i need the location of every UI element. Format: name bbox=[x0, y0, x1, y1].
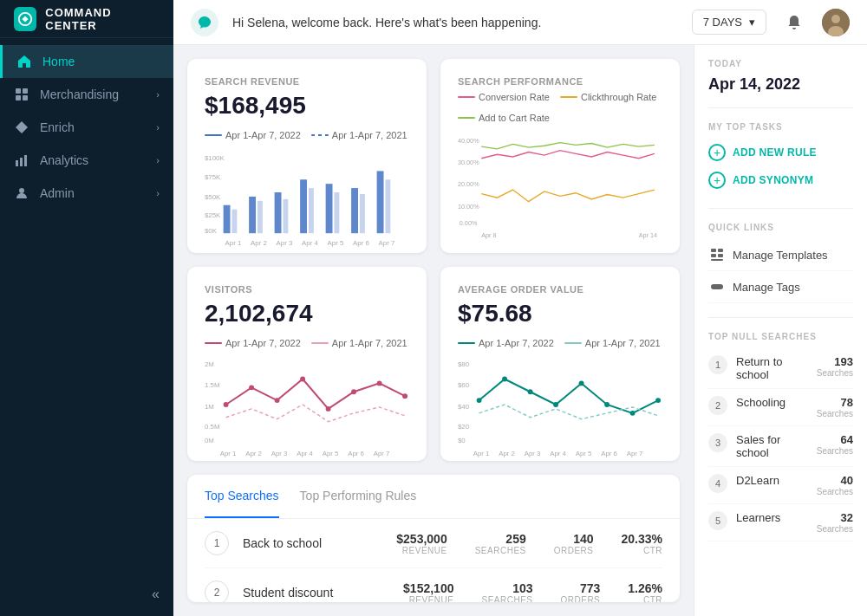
sidebar-collapse[interactable]: « bbox=[0, 573, 173, 616]
avg-order-chart: $80 $60 $40 $20 $0 bbox=[458, 357, 662, 444]
svg-point-73 bbox=[553, 402, 558, 407]
svg-text:$40: $40 bbox=[458, 403, 470, 411]
tab-top-searches[interactable]: Top Searches bbox=[205, 475, 279, 518]
sidebar-item-enrich[interactable]: Enrich › bbox=[0, 111, 173, 144]
svg-text:Apr 4: Apr 4 bbox=[297, 450, 313, 457]
date-filter[interactable]: 7 DAYS ▾ bbox=[692, 10, 766, 35]
visitors-card: VISITORS 2,102,674 Apr 1-Apr 7, 2022 Apr… bbox=[187, 267, 427, 461]
svg-rect-21 bbox=[326, 184, 333, 233]
topbar: Hi Selena, welcome back. Here's what's b… bbox=[173, 0, 867, 45]
svg-point-50 bbox=[224, 402, 229, 407]
svg-text:Apr 14: Apr 14 bbox=[639, 231, 657, 239]
null-rank-3: 3 bbox=[708, 433, 727, 452]
null-name-4: D2Learn bbox=[736, 474, 808, 487]
legend-line-conversion bbox=[458, 96, 475, 98]
sidebar-item-admin[interactable]: Admin › bbox=[0, 177, 173, 210]
svg-rect-20 bbox=[300, 179, 307, 233]
svg-text:2M: 2M bbox=[205, 360, 214, 368]
svg-text:$75K: $75K bbox=[205, 173, 221, 181]
legend-conversion: Conversion Rate bbox=[458, 92, 550, 102]
svg-rect-6 bbox=[20, 158, 23, 166]
stat-revenue-1: $253,000 REVENUE bbox=[396, 532, 447, 555]
null-searches-section: TOP NULL SEARCHES 1 Return to school 193… bbox=[708, 332, 853, 541]
svg-text:Apr 8: Apr 8 bbox=[481, 231, 496, 239]
row-stats-2: $152,100 REVENUE 103 SEARCHES 773 ORDERS bbox=[403, 581, 662, 603]
svg-point-72 bbox=[528, 389, 533, 394]
row-name-2: Student discount bbox=[243, 586, 389, 600]
svg-point-56 bbox=[377, 380, 382, 386]
bell-icon[interactable] bbox=[780, 9, 808, 36]
sidebar-item-home[interactable]: Home bbox=[0, 45, 173, 78]
legend-visitors-2022: Apr 1-Apr 7, 2022 bbox=[205, 338, 301, 348]
tasks-section: MY TOP TASKS + ADD NEW RULE + ADD SYNONY… bbox=[708, 122, 853, 194]
table-content: 1 Back to school $253,000 REVENUE 259 SE… bbox=[187, 519, 680, 602]
sidebar-item-merchandising[interactable]: Merchandising › bbox=[0, 78, 173, 111]
svg-rect-19 bbox=[275, 192, 282, 233]
null-item-4: 4 D2Learn 40 Searches bbox=[708, 467, 853, 504]
avatar[interactable] bbox=[822, 9, 850, 36]
stat-revenue-2: $152,100 REVENUE bbox=[403, 581, 453, 603]
svg-rect-85 bbox=[711, 249, 716, 252]
svg-rect-1 bbox=[16, 88, 21, 94]
svg-point-76 bbox=[630, 411, 636, 416]
merchandising-icon bbox=[14, 87, 29, 102]
chevron-right-icon: › bbox=[156, 122, 160, 133]
search-revenue-chart: $100K $75K $50K $25K $0K bbox=[205, 149, 409, 236]
tasks-label: MY TOP TASKS bbox=[708, 122, 853, 132]
svg-text:0M: 0M bbox=[205, 437, 214, 444]
legend-2022: Apr 1-Apr 7, 2022 bbox=[205, 130, 301, 140]
collapse-icon[interactable]: « bbox=[152, 587, 160, 602]
table-tabs: Top Searches Top Performing Rules bbox=[187, 475, 680, 519]
legend-aov-2022: Apr 1-Apr 7, 2022 bbox=[458, 338, 554, 348]
svg-point-70 bbox=[477, 398, 482, 403]
svg-rect-18 bbox=[249, 197, 256, 233]
add-rule-label: ADD NEW RULE bbox=[733, 146, 817, 159]
svg-text:0.5M: 0.5M bbox=[205, 423, 219, 431]
legend-line-addtocart bbox=[458, 117, 475, 119]
svg-rect-27 bbox=[309, 188, 314, 233]
search-revenue-legend: Apr 1-Apr 7, 2022 Apr 1-Apr 7, 2021 bbox=[205, 130, 409, 140]
svg-text:Apr 7: Apr 7 bbox=[379, 239, 395, 247]
analytics-icon bbox=[14, 152, 29, 168]
legend-aov-2021: Apr 1-Apr 7, 2021 bbox=[564, 338, 661, 348]
null-rank-4: 4 bbox=[708, 474, 727, 493]
tab-top-performing[interactable]: Top Performing Rules bbox=[300, 475, 417, 518]
legend-line-visitors-2022 bbox=[205, 342, 222, 344]
svg-point-77 bbox=[655, 398, 661, 403]
quick-links-label: QUICK LINKS bbox=[708, 223, 853, 232]
svg-rect-86 bbox=[718, 249, 723, 252]
metrics-grid: SEARCH REVENUE $168,495 Apr 1-Apr 7, 202… bbox=[187, 59, 680, 461]
sidebar: COMMAND CENTER Home Merchandising › Enri… bbox=[0, 0, 173, 616]
add-synonym-task[interactable]: + ADD SYNONYM bbox=[708, 166, 853, 194]
legend-visitors-2021: Apr 1-Apr 7, 2021 bbox=[311, 338, 407, 348]
svg-point-57 bbox=[402, 393, 407, 399]
null-name-5: Learners bbox=[736, 511, 808, 524]
null-searches-label: TOP NULL SEARCHES bbox=[708, 332, 853, 341]
svg-text:$60: $60 bbox=[458, 381, 470, 389]
search-revenue-card: SEARCH REVENUE $168,495 Apr 1-Apr 7, 202… bbox=[187, 59, 427, 253]
null-rank-1: 1 bbox=[708, 355, 727, 374]
quick-links-section: QUICK LINKS Manage Templates Manage Tags bbox=[708, 223, 853, 303]
svg-text:$20: $20 bbox=[458, 423, 470, 431]
sidebar-nav: Home Merchandising › Enrich › Analytics … bbox=[0, 38, 173, 573]
null-name-1: Return to school bbox=[736, 355, 808, 381]
null-item-5: 5 Learners 32 Searches bbox=[708, 504, 853, 541]
divider-1 bbox=[708, 107, 853, 108]
legend-2021: Apr 1-Apr 7, 2021 bbox=[311, 130, 407, 140]
legend-line-visitors-2021 bbox=[311, 342, 329, 344]
svg-rect-89 bbox=[711, 259, 723, 261]
today-section: TODAY Apr 14, 2022 bbox=[708, 59, 853, 94]
svg-text:Apr 1: Apr 1 bbox=[473, 450, 490, 457]
add-rule-task[interactable]: + ADD NEW RULE bbox=[708, 139, 853, 166]
null-name-3: Sales for school bbox=[736, 433, 808, 459]
svg-rect-3 bbox=[16, 95, 21, 101]
admin-icon bbox=[14, 185, 29, 201]
svg-rect-23 bbox=[377, 171, 384, 233]
sidebar-item-analytics[interactable]: Analytics › bbox=[0, 144, 173, 177]
stat-searches-2: 103 SEARCHES bbox=[481, 581, 532, 603]
svg-rect-29 bbox=[360, 194, 365, 233]
null-count-2: 78 Searches bbox=[817, 396, 853, 418]
manage-templates-link[interactable]: Manage Templates bbox=[708, 239, 853, 271]
manage-tags-link[interactable]: Manage Tags bbox=[708, 271, 853, 303]
greeting-text: Hi Selena, welcome back. Here's what's b… bbox=[232, 16, 678, 29]
